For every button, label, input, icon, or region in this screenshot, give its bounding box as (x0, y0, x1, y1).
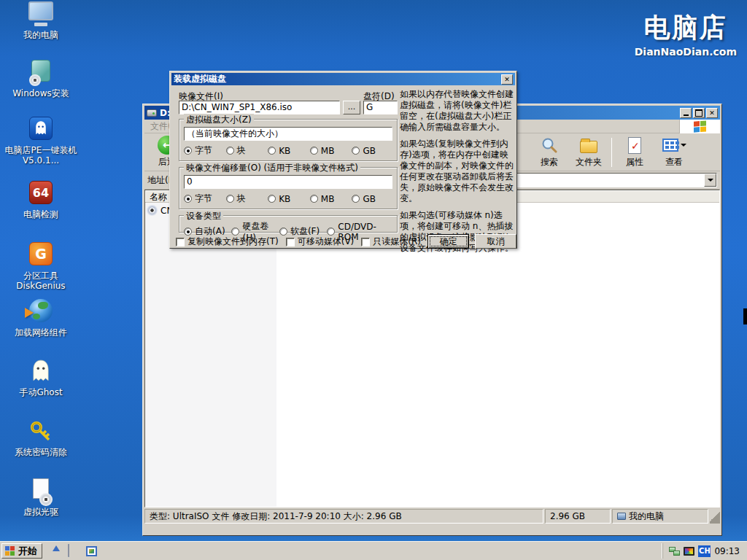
properties-button[interactable]: 属性 (615, 136, 654, 169)
start-logo-icon (5, 546, 15, 556)
radio-bytes[interactable]: 字节 (184, 144, 226, 157)
checkbox-copy-to-memory[interactable]: 复制映像文件到内存(T) (176, 236, 279, 248)
brand-title: 电脑店 (635, 10, 737, 46)
desktop-icon-label: 电脑检测 (1, 209, 80, 219)
help-paragraph: 如果勾选(复制映像文件到内存)选项，将在内存中创建映像文件的副本，对映像文件的任… (400, 139, 516, 204)
radio-icon (231, 228, 239, 236)
radio-mb[interactable]: MB (310, 144, 352, 157)
desktop-icon-my-computer[interactable]: 我的电脑 (1, 1, 80, 40)
display-icon[interactable] (68, 545, 80, 557)
radio-icon (184, 195, 192, 203)
my-computer-icon (28, 1, 54, 28)
radio-icon (184, 228, 192, 236)
checkbox-removable-media[interactable]: 可移动媒体(V) (286, 236, 355, 248)
clock: 09:13 (714, 546, 741, 556)
offset-input[interactable]: 0 (184, 175, 392, 189)
dialog-close-button[interactable] (501, 74, 513, 85)
diskgenius-icon: G (28, 242, 54, 268)
dialog-titlebar[interactable]: 装载虚拟磁盘 (171, 73, 515, 85)
disk-size-input[interactable]: （当前映像文件的大小） (184, 127, 392, 141)
desktop-icon-password-clear[interactable]: 系统密码清除 (1, 419, 80, 457)
desktop-icon-label: 电脑店PE一键装机 V5.0.1... (1, 145, 80, 166)
disk-size-group: 虚拟磁盘大小(Z) （当前映像文件的大小） 字节 块 KB MB GB (179, 119, 398, 161)
search-button[interactable]: 搜索 (530, 136, 569, 169)
offset-group: 映像文件偏移量(O) (适用于非映像文件格式) 0 字节 块 KB MB GB (179, 167, 398, 209)
chevron-down-icon (681, 144, 686, 147)
system-tray: CH 09:13 (662, 543, 746, 559)
my-computer-icon (617, 513, 626, 520)
image-file-input[interactable]: D:\CN_WIN7_SP1_X86.iso (179, 101, 340, 114)
radio-kb[interactable]: KB (268, 192, 310, 205)
disk-size-units: 字节 块 KB MB GB (184, 144, 394, 157)
radio-icon (352, 195, 360, 203)
toolbar-separator (611, 138, 612, 167)
resize-grip[interactable] (710, 509, 720, 524)
radio-mb[interactable]: MB (310, 192, 352, 205)
device-type-group: 设备类型 自动(A) 硬盘卷(H) 软盘(F) CD/DVD-ROM (179, 215, 398, 233)
64-badge-icon: 64 (28, 181, 54, 207)
taskbar: 开始 CH 09:13 (0, 541, 747, 560)
airbrush-icon[interactable] (50, 545, 62, 557)
maximize-button[interactable] (693, 108, 705, 118)
desktop-icon-label: 分区工具 DiskGenius (1, 271, 80, 291)
radio-icon (310, 147, 318, 155)
radio-bytes[interactable]: 字节 (184, 192, 226, 205)
mount-dialog: 装载虚拟磁盘 映像文件(I) 盘符(D) D:\CN_WIN7_SP1_X86.… (169, 71, 517, 249)
windows-flag-icon (694, 120, 707, 133)
browse-button[interactable]: ... (343, 101, 360, 114)
radio-gb[interactable]: GB (352, 192, 394, 205)
radio-gb[interactable]: GB (352, 144, 394, 157)
desktop-icon-diskgenius[interactable]: G 分区工具 DiskGenius (1, 242, 80, 291)
checkbox-icon (286, 238, 295, 246)
desktop-icon-virtual-cdrom[interactable]: 虚拟光驱 (1, 478, 80, 517)
dialog-checkboxes: 复制映像文件到内存(T) 可移动媒体(V) 只读媒体(R) (176, 236, 425, 248)
address-dropdown-button[interactable] (704, 174, 716, 187)
desktop-icon-manual-ghost[interactable]: 手动Ghost (1, 359, 80, 397)
desktop-icon-load-network[interactable]: 加载网络组件 (1, 299, 80, 338)
radio-icon (352, 147, 360, 155)
radio-icon (327, 228, 335, 236)
page-cd-icon (28, 478, 54, 505)
status-info: 类型: UltraISO 文件 修改日期: 2011-7-9 20:10 大小:… (144, 509, 543, 524)
desktop-icon-computer-test[interactable]: 64 电脑检测 (1, 181, 80, 219)
status-location: 我的电脑 (612, 509, 708, 524)
radio-icon (310, 195, 318, 203)
radio-icon (226, 147, 234, 155)
drive-letter-input[interactable]: G (363, 101, 398, 114)
properties-icon (628, 137, 641, 154)
ok-button[interactable]: 确定 (427, 234, 469, 249)
minimize-button[interactable] (680, 108, 692, 118)
desktop-icon-pe-installer[interactable]: 电脑店PE一键装机 V5.0.1... (1, 117, 80, 166)
folders-button[interactable]: 文件夹 (569, 136, 608, 169)
radio-icon (184, 147, 192, 155)
chevron-down-icon (708, 179, 713, 182)
desktop-icon-windows-install[interactable]: Windows安装 (1, 60, 80, 98)
language-indicator[interactable]: CH (698, 545, 711, 557)
ghost-icon (28, 359, 54, 385)
ghost-tile-icon (28, 117, 54, 143)
view-button[interactable]: 查看 (654, 136, 694, 169)
radio-icon (226, 195, 234, 203)
close-button[interactable] (706, 108, 718, 118)
key-icon (28, 419, 54, 445)
radio-icon (279, 228, 287, 236)
radio-blocks[interactable]: 块 (226, 144, 268, 157)
offset-group-title: 映像文件偏移量(O) (适用于非映像文件格式) (184, 162, 360, 174)
picture-icon[interactable] (86, 545, 98, 557)
help-paragraph: 如果以内存代替映像文件创建虚拟磁盘，请将(映像文件)栏留空，在(虚拟磁盘大小)栏… (400, 89, 516, 133)
start-button[interactable]: 开始 (1, 543, 42, 559)
search-icon (540, 136, 559, 155)
radio-blocks[interactable]: 块 (226, 192, 268, 205)
brand-logo: 电脑店 DianNaoDian.com (635, 10, 737, 58)
display-tray-icon[interactable] (684, 547, 694, 556)
status-bar: 类型: UltraISO 文件 修改日期: 2011-7-9 20:10 大小:… (144, 508, 720, 524)
cancel-button[interactable]: 取消 (475, 234, 516, 249)
brand-subtitle: DianNaoDian.com (635, 46, 737, 58)
desktop-icon-label: 我的电脑 (1, 30, 80, 40)
network-tray-icon[interactable] (669, 547, 680, 556)
checkbox-readonly-media[interactable]: 只读媒体(R) (361, 236, 421, 248)
globe-arrow-icon (28, 299, 54, 325)
radio-kb[interactable]: KB (268, 144, 310, 157)
cd-file-icon (147, 205, 158, 216)
desktop-icon-label: 虚拟光驱 (1, 507, 80, 517)
